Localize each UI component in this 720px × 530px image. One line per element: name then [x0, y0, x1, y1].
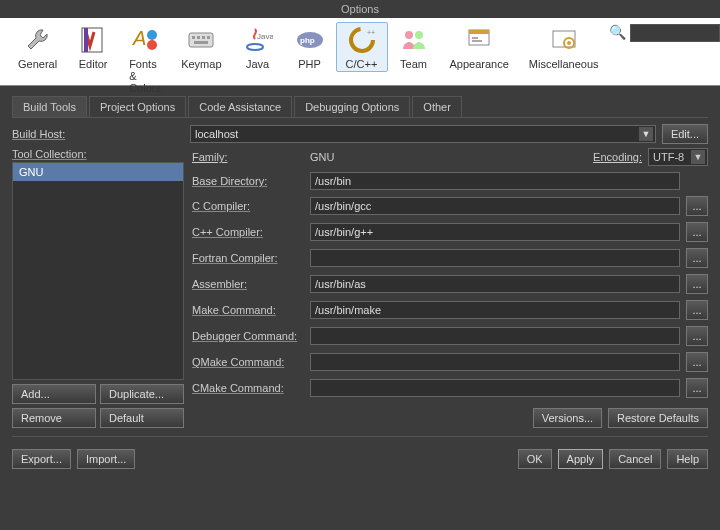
field-input[interactable]: [310, 275, 680, 293]
browse-button[interactable]: ...: [686, 352, 708, 372]
java-icon: Java: [242, 24, 274, 56]
category-miscellaneous[interactable]: Miscellaneous: [519, 22, 609, 72]
family-label: Family:: [192, 151, 310, 163]
remove-collection-button[interactable]: Remove: [12, 408, 96, 428]
keymap-icon: [185, 24, 217, 56]
versions-button[interactable]: Versions...: [533, 408, 602, 428]
svg-rect-7: [197, 36, 200, 39]
field-row: C Compiler:...: [192, 196, 708, 216]
search-icon: 🔍: [609, 24, 626, 40]
fonts-colors-icon: A: [129, 24, 161, 56]
edit-host-button[interactable]: Edit...: [662, 124, 708, 144]
browse-button[interactable]: ...: [686, 222, 708, 242]
list-item[interactable]: GNU: [13, 163, 183, 181]
build-host-label: Build Host:: [12, 128, 184, 140]
category-toolbar: General Editor A Fonts & Colors Keymap J…: [0, 18, 720, 86]
tab-code-assistance[interactable]: Code Assistance: [188, 96, 292, 117]
browse-button[interactable]: ...: [686, 248, 708, 268]
field-input[interactable]: [310, 379, 680, 397]
search-input[interactable]: [630, 24, 720, 42]
window-title: Options: [0, 0, 720, 18]
svg-rect-10: [194, 41, 208, 44]
encoding-combo[interactable]: UTF-8 ▼: [648, 148, 708, 166]
svg-rect-9: [207, 36, 210, 39]
tab-other[interactable]: Other: [412, 96, 462, 117]
field-row: Make Command:...: [192, 300, 708, 320]
team-icon: [398, 24, 430, 56]
category-keymap[interactable]: Keymap: [171, 22, 231, 72]
browse-button[interactable]: ...: [686, 378, 708, 398]
browse-button[interactable]: ...: [686, 300, 708, 320]
field-input[interactable]: [310, 197, 680, 215]
field-input[interactable]: [310, 249, 680, 267]
default-collection-button[interactable]: Default: [100, 408, 184, 428]
cancel-button[interactable]: Cancel: [609, 449, 661, 469]
category-label: General: [18, 58, 57, 70]
category-label: Fonts & Colors: [129, 58, 161, 94]
svg-point-25: [567, 41, 571, 45]
build-host-combo[interactable]: localhost ▼: [190, 125, 656, 143]
svg-text:A: A: [132, 27, 146, 49]
category-label: Miscellaneous: [529, 58, 599, 70]
tool-collection-list[interactable]: GNU: [12, 162, 184, 380]
editor-icon: [77, 24, 109, 56]
category-label: Editor: [79, 58, 108, 70]
svg-point-18: [415, 31, 423, 39]
category-fonts-colors[interactable]: A Fonts & Colors: [119, 22, 171, 96]
import-button[interactable]: Import...: [77, 449, 135, 469]
field-label: Make Command:: [192, 304, 304, 316]
build-host-value: localhost: [195, 128, 238, 140]
field-label: Assembler:: [192, 278, 304, 290]
apply-button[interactable]: Apply: [558, 449, 604, 469]
ccpp-icon: ++: [346, 24, 378, 56]
export-button[interactable]: Export...: [12, 449, 71, 469]
svg-text:++: ++: [367, 29, 375, 36]
field-label: Debugger Command:: [192, 330, 304, 342]
field-input[interactable]: [310, 353, 680, 371]
svg-text:Java: Java: [257, 32, 273, 41]
duplicate-collection-button[interactable]: Duplicate...: [100, 384, 184, 404]
add-collection-button[interactable]: Add...: [12, 384, 96, 404]
ok-button[interactable]: OK: [518, 449, 552, 469]
field-label: QMake Command:: [192, 356, 304, 368]
category-general[interactable]: General: [8, 22, 67, 72]
category-label: Team: [400, 58, 427, 70]
browse-button[interactable]: ...: [686, 274, 708, 294]
subtabs: Build Tools Project Options Code Assista…: [12, 96, 708, 118]
field-label: C Compiler:: [192, 200, 304, 212]
field-label: CMake Command:: [192, 382, 304, 394]
encoding-value: UTF-8: [653, 151, 684, 163]
php-icon: php: [294, 24, 326, 56]
field-row: CMake Command:...: [192, 378, 708, 398]
appearance-icon: [463, 24, 495, 56]
divider: [12, 436, 708, 437]
chevron-down-icon: ▼: [691, 150, 705, 164]
field-row: C++ Compiler:...: [192, 222, 708, 242]
field-input[interactable]: [310, 327, 680, 345]
tab-build-tools[interactable]: Build Tools: [12, 96, 87, 117]
field-input[interactable]: [310, 223, 680, 241]
field-input[interactable]: [310, 301, 680, 319]
category-label: Keymap: [181, 58, 221, 70]
svg-point-17: [405, 31, 413, 39]
category-editor[interactable]: Editor: [67, 22, 119, 72]
field-row: Debugger Command:...: [192, 326, 708, 346]
field-input[interactable]: [310, 172, 680, 190]
tab-project-options[interactable]: Project Options: [89, 96, 186, 117]
svg-rect-20: [469, 30, 489, 34]
tab-debugging-options[interactable]: Debugging Options: [294, 96, 410, 117]
category-php[interactable]: php PHP: [284, 22, 336, 72]
restore-defaults-button[interactable]: Restore Defaults: [608, 408, 708, 428]
field-label: C++ Compiler:: [192, 226, 304, 238]
encoding-label: Encoding:: [593, 151, 642, 163]
help-button[interactable]: Help: [667, 449, 708, 469]
tool-collection-label: Tool Collection:: [12, 148, 184, 160]
category-java[interactable]: Java Java: [232, 22, 284, 72]
category-team[interactable]: Team: [388, 22, 440, 72]
category-ccpp[interactable]: ++ C/C++: [336, 22, 388, 72]
browse-button[interactable]: ...: [686, 326, 708, 346]
search-wrap: 🔍: [609, 22, 720, 42]
browse-button[interactable]: ...: [686, 196, 708, 216]
svg-point-3: [147, 30, 157, 40]
category-appearance[interactable]: Appearance: [440, 22, 519, 72]
